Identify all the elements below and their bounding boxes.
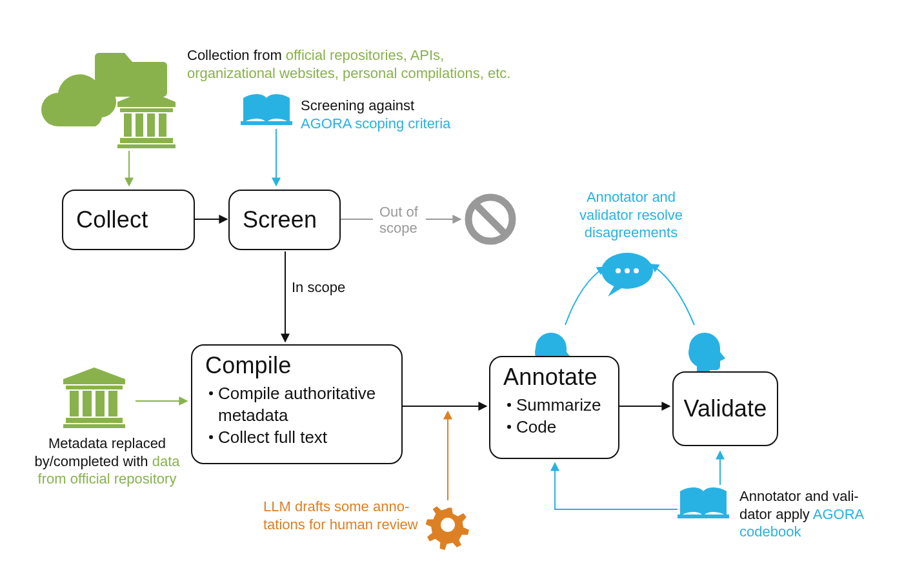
gear-icon xyxy=(426,506,469,550)
svg-line-9 xyxy=(476,205,505,233)
cloud-icon xyxy=(41,74,116,126)
svg-rect-23 xyxy=(678,514,729,518)
annotate-bullet-1: Summarize xyxy=(516,395,601,416)
svg-point-17 xyxy=(439,516,457,534)
book-icon-screen xyxy=(241,94,292,125)
svg-rect-0 xyxy=(120,108,173,112)
node-validate-title: Validate xyxy=(683,395,767,422)
svg-point-18 xyxy=(441,518,455,532)
label-resolve-disagreements: Annotator and validator resolve disagree… xyxy=(560,188,702,242)
node-annotate: Annotate Summarize Code xyxy=(489,356,619,459)
node-screen-title: Screen xyxy=(243,206,317,233)
node-annotate-title: Annotate xyxy=(503,364,605,391)
svg-point-22 xyxy=(634,268,639,273)
label-collection-prefix: Collection from xyxy=(187,47,286,63)
arc-validator-to-bubble xyxy=(650,264,694,325)
label-out-of-scope: Out of scope xyxy=(379,204,431,237)
folder-icon xyxy=(95,53,167,97)
svg-rect-6 xyxy=(117,144,176,148)
label-screening-highlight: AGORA scoping criteria xyxy=(301,115,450,132)
label-metadata-replaced: Metadata replaced by/completed with data… xyxy=(25,435,190,488)
prohibited-icon xyxy=(468,197,512,241)
svg-point-20 xyxy=(616,268,621,273)
svg-rect-16 xyxy=(63,424,125,428)
svg-rect-2 xyxy=(136,113,143,137)
node-collect: Collect xyxy=(62,190,195,250)
compile-bullet-2: Collect full text xyxy=(218,427,327,449)
node-annotate-bullets: Summarize Code xyxy=(507,395,605,438)
svg-rect-13 xyxy=(95,391,105,416)
node-compile: Compile Compile authoritative metadata C… xyxy=(191,344,403,464)
head-icon-validate xyxy=(688,333,725,375)
sources-icon-group xyxy=(41,53,176,148)
arc-annotator-to-bubble xyxy=(565,267,605,325)
node-compile-title: Compile xyxy=(205,352,388,379)
node-compile-bullets: Compile authoritative metadata Collect f… xyxy=(209,383,388,448)
label-llm-drafts: LLM drafts some anno-tations for human r… xyxy=(263,498,425,533)
svg-point-8 xyxy=(468,197,512,241)
institution-icon xyxy=(117,90,176,148)
label-in-scope: In scope xyxy=(292,279,345,297)
book-icon-codebook xyxy=(678,487,729,518)
svg-rect-14 xyxy=(108,391,117,416)
node-validate: Validate xyxy=(672,371,778,446)
svg-rect-12 xyxy=(83,391,92,416)
svg-rect-11 xyxy=(70,391,79,416)
node-collect-title: Collect xyxy=(76,206,148,233)
svg-rect-1 xyxy=(124,113,132,137)
label-collection-sources: Collection from official repositories, A… xyxy=(187,46,523,82)
institution-icon-2 xyxy=(63,368,125,428)
speech-bubble-icon xyxy=(601,253,653,297)
label-metadata-prefix: Metadata replaced by/completed with xyxy=(34,435,166,469)
diagram-canvas: Collect Screen Compile Compile authorita… xyxy=(0,0,924,588)
svg-point-21 xyxy=(625,268,630,273)
compile-bullet-1: Compile authoritative metadata xyxy=(218,383,388,427)
label-apply-codebook: Annotator and vali-dator apply AGORA cod… xyxy=(739,487,881,541)
svg-rect-4 xyxy=(159,113,166,137)
svg-rect-3 xyxy=(147,113,155,137)
label-screening-criteria: Screening against AGORA scoping criteria xyxy=(301,97,462,132)
svg-rect-7 xyxy=(241,121,292,125)
arrow-book-to-annotate xyxy=(555,463,678,509)
node-screen: Screen xyxy=(228,190,341,250)
svg-point-19 xyxy=(601,253,653,289)
svg-rect-15 xyxy=(66,418,123,423)
svg-rect-5 xyxy=(120,138,173,143)
annotate-bullet-2: Code xyxy=(516,416,556,438)
svg-rect-10 xyxy=(66,386,123,389)
label-screening-prefix: Screening against xyxy=(301,97,414,113)
